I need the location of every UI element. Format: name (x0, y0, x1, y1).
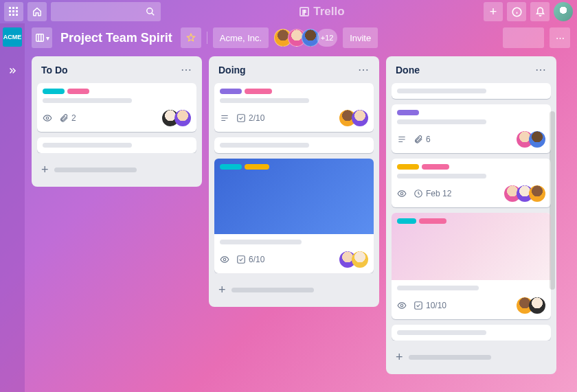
search-box[interactable] (51, 2, 161, 21)
board-menu-button[interactable]: ⋯ (550, 27, 570, 48)
board-title[interactable]: Project Team Spirit (58, 31, 175, 45)
svg-rect-15 (238, 256, 245, 264)
svg-rect-5 (16, 10, 18, 12)
svg-rect-2 (16, 7, 18, 9)
add-card-button[interactable]: + (214, 279, 374, 301)
left-rail: ACME (0, 23, 25, 392)
board-header: ▾ Project Team Spirit Acme, Inc. +12 Inv… (25, 23, 577, 52)
card[interactable]: Feb 12 (392, 159, 551, 207)
card-members (504, 185, 545, 202)
list: Doing⋯2/106/10+ (209, 56, 379, 307)
card[interactable] (392, 83, 551, 99)
list: Done⋯6Feb 1210/10+ (386, 56, 556, 374)
card-label (220, 164, 242, 170)
svg-point-9 (147, 8, 152, 14)
card-label (245, 89, 272, 94)
svg-rect-0 (9, 7, 11, 9)
card-badges: 2 (43, 113, 76, 123)
card-label (422, 164, 449, 170)
workspace-button[interactable]: Acme, Inc. (213, 27, 269, 48)
chevron-right-double-icon (8, 66, 17, 76)
watch-badge (397, 189, 407, 198)
card-members (162, 110, 191, 126)
card-badges: Feb 12 (397, 189, 451, 198)
create-button[interactable]: + (484, 2, 503, 21)
card[interactable]: 2/10 (214, 83, 374, 132)
list-menu-button[interactable]: ⋯ (535, 63, 547, 76)
member-avatar[interactable] (529, 185, 545, 202)
attachment-badge: 2 (59, 113, 76, 123)
card-cover (392, 213, 551, 280)
card-label (67, 89, 89, 94)
apps-icon (9, 7, 19, 16)
brand: Trello (165, 5, 479, 19)
watch-badge (43, 113, 52, 123)
watch-badge (397, 301, 407, 310)
notifications-button[interactable] (530, 2, 550, 21)
apps-button[interactable] (4, 2, 23, 21)
svg-point-16 (400, 192, 403, 195)
svg-point-18 (400, 304, 403, 307)
more-members-button[interactable]: +12 (317, 29, 337, 47)
info-button[interactable] (507, 2, 526, 21)
invite-button[interactable]: Invite (343, 27, 378, 48)
list-title[interactable]: Done (396, 65, 420, 76)
svg-rect-19 (415, 302, 422, 310)
user-avatar[interactable] (554, 2, 573, 21)
member-avatar[interactable] (352, 251, 368, 268)
add-card-button[interactable]: + (392, 346, 551, 369)
plus-icon: + (490, 5, 497, 19)
home-button[interactable] (27, 2, 47, 21)
workspace-badge[interactable]: ACME (3, 27, 22, 47)
card-members (517, 297, 545, 314)
member-avatar[interactable] (352, 110, 368, 126)
due-badge: Feb 12 (414, 189, 451, 198)
list-title[interactable]: To Do (41, 65, 68, 76)
card[interactable]: 2 (37, 83, 196, 132)
card-label (419, 218, 446, 224)
member-avatar[interactable] (529, 297, 545, 314)
card[interactable] (392, 325, 551, 341)
star-button[interactable] (181, 27, 201, 48)
card[interactable]: 6 (392, 104, 551, 153)
member-avatar[interactable] (529, 131, 545, 148)
add-card-button[interactable]: + (37, 159, 196, 181)
trello-logo-icon (299, 7, 309, 16)
list-title[interactable]: Doing (218, 65, 246, 76)
card[interactable]: 6/10 (214, 159, 374, 273)
bell-icon (535, 7, 545, 17)
card-members (339, 110, 368, 126)
board-switcher-button[interactable]: ▾ (32, 27, 52, 48)
star-icon (186, 33, 196, 43)
list-cards: 2 (37, 83, 196, 153)
divider (207, 32, 207, 44)
svg-rect-8 (16, 14, 18, 16)
list-menu-button[interactable]: ⋯ (358, 63, 370, 76)
card-label (220, 89, 242, 94)
workspace-name: Acme, Inc. (220, 33, 262, 43)
attachment-badge: 6 (414, 135, 431, 144)
svg-rect-13 (238, 115, 245, 122)
card[interactable] (214, 137, 374, 153)
checklist-badge: 10/10 (414, 301, 446, 310)
card-badges: 10/10 (397, 301, 446, 310)
svg-rect-3 (9, 10, 11, 12)
member-avatar[interactable] (174, 110, 191, 126)
card[interactable] (37, 137, 196, 153)
expand-sidebar-button[interactable] (4, 63, 21, 80)
board-icon (35, 33, 45, 43)
svg-point-14 (223, 258, 226, 261)
scrollbar[interactable] (550, 111, 555, 290)
watch-badge (220, 255, 229, 264)
more-icon: ⋯ (556, 33, 565, 43)
info-icon (512, 7, 522, 17)
add-card-placeholder (231, 288, 314, 292)
list: To Do⋯2+ (32, 56, 202, 187)
home-icon (32, 7, 42, 16)
search-icon (146, 7, 155, 16)
list-menu-button[interactable]: ⋯ (181, 63, 192, 76)
board-members[interactable]: +12 (274, 29, 337, 47)
card-label (245, 164, 269, 170)
card[interactable]: 10/10 (392, 213, 551, 319)
svg-rect-1 (12, 7, 14, 9)
